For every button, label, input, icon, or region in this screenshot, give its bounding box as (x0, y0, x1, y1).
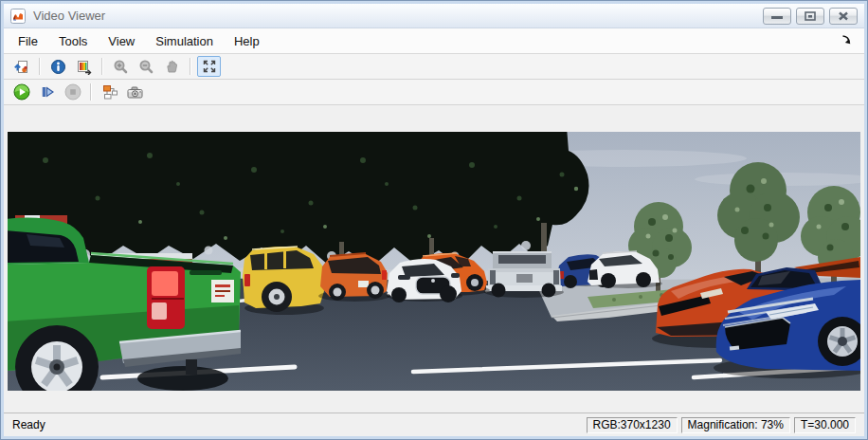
highlight-simulink-signal-button[interactable] (98, 82, 121, 102)
info-icon (50, 59, 66, 75)
minimize-button[interactable] (763, 8, 791, 25)
status-magnification-panel: Magnification: 73% (681, 417, 790, 433)
colormap-settings-button[interactable] (72, 56, 96, 77)
toolbar-separator (190, 58, 191, 75)
restore-icon (797, 9, 823, 24)
stop-button[interactable] (61, 82, 84, 102)
toolbar-playback (4, 80, 864, 105)
fit-to-window-icon (202, 59, 217, 74)
menu-view[interactable]: View (98, 30, 145, 52)
pan-button[interactable] (160, 56, 184, 77)
colormap-icon (76, 59, 92, 75)
zoom-in-button[interactable] (109, 56, 133, 77)
toolbar-separator (101, 58, 103, 75)
zoom-in-icon (113, 59, 129, 75)
menu-tools[interactable]: Tools (48, 30, 98, 52)
video-viewer-window: Video Viewer File Tools View Simulation … (0, 0, 868, 440)
matlab-logo-icon (10, 9, 26, 24)
close-icon (830, 9, 857, 24)
toolbar-separator (39, 58, 41, 75)
maintain-fit-to-window-button[interactable] (197, 56, 221, 77)
restore-button[interactable] (796, 8, 824, 25)
menu-help[interactable]: Help (224, 30, 270, 52)
dock-arrow-icon[interactable] (841, 34, 853, 49)
menu-file[interactable]: File (8, 30, 48, 52)
step-forward-button[interactable] (35, 82, 59, 102)
camera-icon (126, 84, 144, 101)
figure-area (4, 105, 864, 412)
zoom-out-icon (138, 59, 154, 75)
close-button[interactable] (829, 8, 858, 25)
play-icon (13, 83, 30, 101)
menu-bar: File Tools View Simulation Help (4, 28, 864, 54)
export-image-button[interactable] (9, 56, 33, 77)
play-button[interactable] (9, 82, 33, 102)
toolbar-separator (90, 83, 92, 101)
status-rgb-panel: RGB:370x1230 (587, 417, 678, 433)
window-content: Video Viewer File Tools View Simulation … (4, 4, 864, 436)
simulink-block-icon (101, 83, 118, 101)
window-title: Video Viewer (33, 9, 105, 23)
status-bar: Ready RGB:370x1230 Magnification: 73% T=… (4, 412, 864, 436)
title-bar: Video Viewer (4, 4, 864, 28)
window-controls (763, 8, 858, 25)
zoom-out-button[interactable] (135, 56, 158, 77)
video-information-button[interactable] (46, 56, 70, 77)
pan-hand-icon (164, 59, 180, 75)
stop-icon (64, 83, 81, 101)
snapshot-button[interactable] (123, 82, 147, 102)
status-time-panel: T=30.000 (794, 417, 856, 433)
status-message: Ready (12, 418, 45, 431)
video-display (8, 132, 860, 391)
export-image-icon (13, 59, 29, 75)
minimize-icon (764, 9, 790, 24)
yellow-suv (243, 247, 324, 315)
toolbar-main (4, 54, 864, 80)
menu-simulation[interactable]: Simulation (145, 30, 224, 52)
step-forward-icon (39, 83, 56, 101)
